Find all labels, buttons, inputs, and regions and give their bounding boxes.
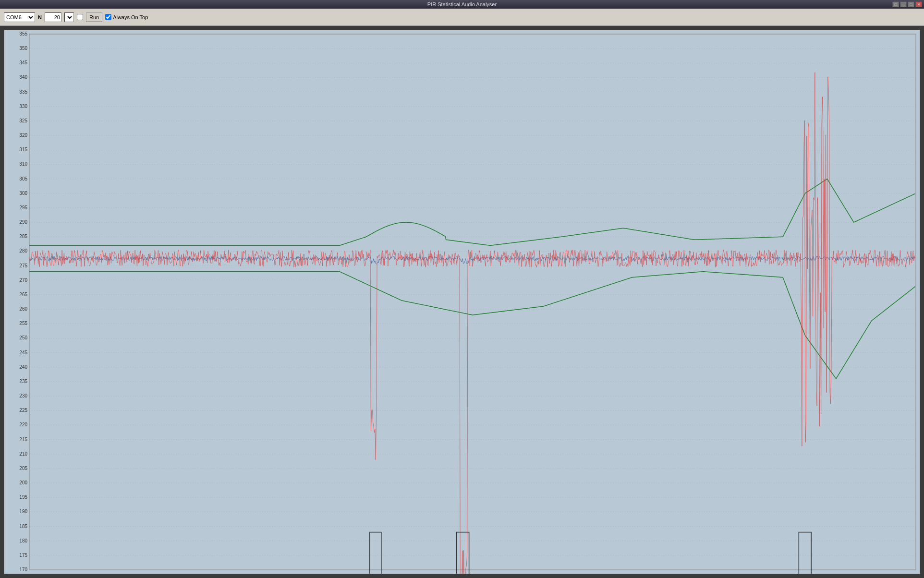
always-on-top-label[interactable]: Always On Top [105, 14, 148, 20]
always-on-top-checkbox[interactable] [105, 14, 111, 20]
window-title: PIR Statistical Audio Analyser [427, 1, 497, 7]
toolbar: COM6 COM1 COM2 COM3 COM4 COM5 COM7 COM8 … [0, 9, 924, 26]
title-bar: PIR Statistical Audio Analyser □ — □ ✕ [0, 0, 924, 9]
n-label: N [38, 14, 42, 20]
run-checkbox[interactable] [77, 14, 83, 20]
restore-button[interactable]: □ [892, 1, 899, 7]
close-button[interactable]: ✕ [915, 1, 922, 7]
run-button[interactable]: Run [86, 12, 102, 22]
chart-area [4, 30, 920, 574]
minimize-button[interactable]: — [900, 1, 907, 7]
n-input[interactable] [45, 12, 61, 22]
maximize-button[interactable]: □ [908, 1, 914, 7]
main-chart-canvas [4, 30, 920, 574]
com-port-select[interactable]: COM6 COM1 COM2 COM3 COM4 COM5 COM7 COM8 [4, 12, 35, 22]
window-controls[interactable]: □ — □ ✕ [892, 1, 922, 7]
n-select[interactable] [64, 12, 74, 22]
